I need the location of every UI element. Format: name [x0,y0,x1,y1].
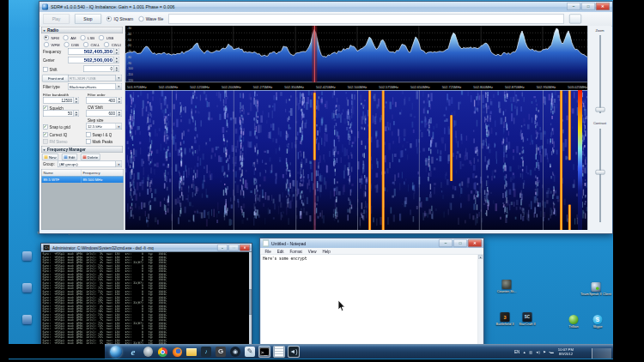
minimize-button[interactable]: ‒ [217,244,228,251]
group-dropdown[interactable]: (All groups)▼ [58,161,122,168]
desktop-icon-partial[interactable] [22,315,32,324]
scroll-up-icon[interactable]: ▲ [478,255,483,259]
swap-iq-checkbox[interactable]: Swap I & Q [86,132,112,137]
taskbar[interactable]: e♪G◉✎>_◄) EN ▲ ▥ ◄) ⚑ ▪▬ 10:07 PM 8/9/20… [9,344,613,359]
action-center-flag-icon[interactable]: ⚑ [543,350,546,354]
notepad-window[interactable]: Untitled - Notepad ‒ □ ✕ FileEditFormatV… [259,238,484,349]
desktop-icon-skype[interactable]: S Skype [579,315,613,346]
show-desktop-button[interactable] [592,348,611,359]
delete-button[interactable]: Delete [81,154,100,160]
menu-edit[interactable]: Edit [274,249,287,253]
contrast-slider-track[interactable] [599,129,601,222]
frequency-list[interactable]: Name Frequency 89.5 WTF 89.500 MHz [41,169,124,230]
bw-spinner[interactable]: ▲▼ [74,98,79,104]
sdrsharp-window[interactable]: SDR# v1.0.0.540 - IQ Imbalance: Gain = 1… [39,1,613,234]
taskbar-icon-firefox[interactable] [171,346,183,358]
notepad-scrollbar[interactable]: ▲ [478,255,483,347]
order-spinner[interactable]: ▲▼ [117,98,122,104]
taskbar-icon-internet-explorer[interactable]: e [127,346,139,358]
desktop-icon-teamspeak[interactable]: TeamSpeak 3 Client [577,282,613,313]
squelch-spinner[interactable]: ▲▼ [74,111,79,117]
scrollbar-thumb[interactable] [249,289,252,315]
menu-format[interactable]: Format [287,249,305,253]
taskbar-icon-volume-mixer[interactable]: ◄) [288,346,300,358]
play-button[interactable]: Play [43,14,70,24]
radio-section-header[interactable]: ▾ Radio [41,27,123,33]
fm-stereo-checkbox[interactable]: FM Stereo [43,139,68,144]
zoom-slider-handle[interactable] [596,107,605,112]
mode-wfm[interactable]: WFM [44,42,60,47]
mode-lsb[interactable]: LSB [81,35,95,40]
maximize-button[interactable]: □ [581,3,595,10]
cwshift-spinner[interactable]: ▲▼ [117,111,122,117]
display-icon[interactable]: ▥ [529,350,532,354]
center-spinner[interactable]: ▲▼ [114,57,119,63]
center-input[interactable]: 502,500,000 ▲▼ [68,57,119,63]
start-button[interactable] [110,346,122,358]
spectrum-analyzer[interactable] [125,26,589,82]
cmd-titlebar[interactable]: C:\ Administrator: C:\Windows\System32\c… [41,244,252,252]
taskbar-icon-notepad[interactable] [273,346,285,358]
taskbar-icon-cmd[interactable]: >_ [258,346,270,358]
desktop-icon-starcraft2[interactable]: SC StarCraft II [508,312,546,343]
taskbar-icon-steam[interactable]: ◉ [229,346,241,358]
minimize-button[interactable]: ‒ [439,239,453,247]
notepad-text-area[interactable]: Here's some encrypt [261,255,478,347]
cmd-window[interactable]: C:\ Administrator: C:\Windows\System32\c… [40,243,252,346]
close-button[interactable]: ✕ [596,3,610,10]
front-end-dropdown[interactable]: RTL-SDR / USB▼ [68,75,122,81]
waterfall[interactable] [125,90,589,230]
taskbar-icon-alienware[interactable] [142,346,154,358]
front-end-button[interactable]: Front end [42,75,70,82]
maximize-button[interactable]: □ [453,239,467,247]
mode-nfm[interactable]: NFM [44,35,59,40]
filter-order-input[interactable]: 400 ▲▼ [86,97,122,104]
taskbar-icon-gimp[interactable]: G [215,346,227,358]
desktop[interactable]: TMusic Winamp 4Converter dsd Counter-St.… [9,0,613,359]
taskbar-icon-chrome[interactable] [156,346,168,358]
hidden-icons-arrow-icon[interactable]: ▲ [523,350,526,354]
edit-button[interactable]: Edit [62,154,77,160]
frequency-input[interactable]: 502,405,350 ▲▼ [68,48,119,55]
volume-icon[interactable]: ◄) [536,350,540,354]
configure-button[interactable] [569,15,581,24]
desktop-icon-partial[interactable] [22,283,32,293]
taskbar-icon-paint[interactable]: ✎ [244,346,256,358]
mode-am[interactable]: AM [64,35,76,40]
frequency-spinner[interactable]: ▲▼ [114,49,119,55]
sdr-displays[interactable]: -30-40-50-60-70-80-90-100-110-120 501.97… [125,26,587,230]
menu-file[interactable]: File [262,249,274,253]
wave-file-radio[interactable]: Wave file [138,16,163,21]
mode-cw-l[interactable]: CW-L [83,42,100,47]
sdr-titlebar[interactable]: SDR# v1.0.0.540 - IQ Imbalance: Gain = 1… [39,2,612,12]
menu-view[interactable]: View [305,249,319,253]
desktop-icon-counter-strike[interactable]: Counter-St... [488,280,526,311]
shift-spinner[interactable]: ▲▼ [114,66,119,72]
step-size-dropdown[interactable]: 12.5 kHz▼ [86,124,122,130]
mode-usb[interactable]: USB [99,35,113,40]
close-button[interactable]: ✕ [468,239,482,247]
shift-checkbox[interactable]: Shift [43,67,58,72]
zoom-slider-track[interactable] [599,35,601,113]
notepad-titlebar[interactable]: Untitled - Notepad ‒ □ ✕ [260,238,483,248]
taskbar-icon-media-player[interactable]: ♪ [200,346,212,358]
shift-input[interactable]: 0 ▲▼ [83,66,119,73]
minimize-button[interactable]: ‒ [567,3,580,10]
mode-cw-u[interactable]: CW-U [104,42,121,47]
contrast-slider-handle[interactable] [596,170,605,175]
taskbar-icon-explorer[interactable] [185,346,197,358]
wave-file-path-input[interactable] [168,15,564,24]
frequency-list-row-selected[interactable]: 89.5 WTF 89.500 MHz [42,177,124,184]
menu-help[interactable]: Help [319,249,333,253]
filter-bandwidth-input[interactable]: 12500 ▲▼ [43,97,79,104]
new-button[interactable]: New [42,154,58,160]
cmd-output[interactable]: Sync: +P25p1 mod: QPSK inlvl: 3% nac: 13… [41,252,249,345]
close-button[interactable]: ✕ [240,244,250,251]
filter-type-dropdown[interactable]: Blackman-Harris▼ [68,83,122,90]
stop-button[interactable]: Stop [75,14,101,24]
mark-peaks-checkbox[interactable]: Mark Peaks [86,139,112,144]
taskbar-clock[interactable]: 10:07 PM 8/9/2012 [558,347,574,356]
frequency-manager-header[interactable]: ▾ Frequency Manager [41,146,123,153]
cw-shift-input[interactable]: 600 ▲▼ [86,111,122,118]
mode-dsb[interactable]: DSB [64,42,79,47]
